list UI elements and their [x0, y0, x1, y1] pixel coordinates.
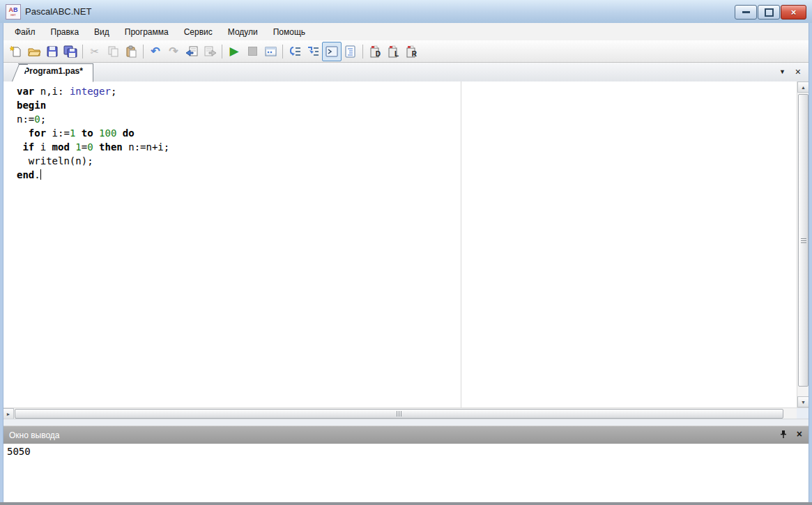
tab-program1[interactable]: •Program1.pas* [18, 63, 93, 82]
code-line: begin [17, 98, 794, 112]
tab-controls: ▼ × [779, 67, 801, 77]
code-line: if i mod 1=0 then n:=n+i; [17, 140, 794, 154]
window-border-left [0, 23, 3, 505]
output-close-icon[interactable]: × [797, 429, 802, 439]
doc-d-icon[interactable]: D [366, 42, 384, 61]
menu-view[interactable]: Вид [86, 24, 117, 40]
close-button[interactable]: × [781, 5, 806, 20]
copy-icon[interactable] [104, 42, 122, 61]
toolbar-separator [143, 45, 144, 59]
app-icon-subtext: нет [10, 13, 16, 17]
step-into-icon[interactable] [304, 42, 322, 61]
menu-program[interactable]: Программа [117, 24, 176, 40]
output-window-header: Окно вывода × [3, 426, 809, 444]
structure-window-icon[interactable] [342, 42, 360, 61]
code-line: var n,i: integer; [17, 84, 794, 98]
menu-modules[interactable]: Модули [220, 24, 266, 40]
new-file-icon[interactable] [7, 42, 25, 61]
vertical-scroll-thumb[interactable] [798, 94, 809, 387]
maximize-icon [765, 8, 774, 17]
paste-icon[interactable] [122, 42, 140, 61]
output-window-body[interactable]: 5050 [3, 444, 809, 502]
code-line: n:=0; [17, 112, 794, 126]
toolbar: ✂ ↶ ↷ ▶ [3, 40, 809, 63]
run-icon[interactable]: ▶ [225, 42, 243, 61]
scroll-right-icon[interactable]: ► [3, 408, 14, 419]
pascalabc-window: AB нет PascalABC.NET × Файл Правка Вид П… [0, 0, 812, 505]
redo-icon[interactable]: ↷ [164, 42, 183, 61]
output-text: 5050 [7, 446, 31, 457]
open-file-icon[interactable] [25, 42, 43, 61]
tab-bar: •Program1.pas* ▼ × [3, 63, 809, 82]
watch-window-icon[interactable] [261, 42, 279, 61]
menu-help[interactable]: Помощь [266, 24, 313, 40]
close-icon: × [791, 8, 797, 17]
minimize-button[interactable] [735, 5, 757, 20]
scroll-down-icon[interactable]: ▼ [797, 396, 809, 407]
window-border-bottom [0, 502, 812, 505]
save-all-icon[interactable] [61, 42, 79, 61]
pin-icon[interactable] [779, 430, 788, 439]
doc-l-icon[interactable]: L [384, 42, 402, 61]
undo-icon[interactable]: ↶ [146, 42, 164, 61]
menu-service[interactable]: Сервис [176, 24, 220, 40]
tab-list-dropdown-icon[interactable]: ▼ [779, 68, 786, 75]
nav-forward-icon[interactable] [201, 42, 219, 61]
toolbar-separator [282, 45, 283, 59]
toolbar-separator [82, 45, 83, 59]
scroll-up-icon[interactable]: ▲ [797, 81, 809, 93]
save-file-icon[interactable] [43, 42, 61, 61]
menu-file[interactable]: Файл [7, 24, 43, 40]
cut-icon[interactable]: ✂ [86, 42, 104, 61]
output-controls: × [779, 429, 802, 439]
title-bar: AB нет PascalABC.NET × [0, 0, 812, 24]
code-line: end. [17, 168, 794, 182]
output-window-title: Окно вывода [9, 430, 60, 440]
code-lines: var n,i: integer;beginn:=0; for i:=1 to … [17, 84, 794, 182]
window-controls: × [735, 5, 806, 20]
code-line: writeln(n); [17, 154, 794, 168]
nav-back-icon[interactable] [183, 42, 201, 61]
console-window-icon[interactable] [322, 42, 342, 61]
menu-edit[interactable]: Правка [43, 24, 87, 40]
window-border-right [809, 23, 812, 505]
code-line: for i:=1 to 100 do [17, 126, 794, 140]
tab-close-icon[interactable]: × [795, 67, 801, 77]
editor-vertical-scrollbar[interactable]: ▲ ▼ [797, 81, 809, 407]
text-caret [40, 169, 41, 180]
code-editor[interactable]: var n,i: integer;beginn:=0; for i:=1 to … [3, 81, 809, 407]
editor-margin-line [461, 81, 461, 407]
window-title: PascalABC.NET [25, 6, 91, 17]
app-icon: AB нет [6, 4, 21, 20]
minimize-icon [742, 11, 750, 13]
editor-horizontal-scrollbar[interactable]: ◄ ► [3, 407, 809, 419]
menu-bar: Файл Правка Вид Программа Сервис Модули … [3, 23, 809, 40]
step-over-icon[interactable] [286, 42, 304, 61]
toolbar-separator [362, 45, 363, 59]
horizontal-scroll-thumb[interactable] [15, 409, 783, 419]
doc-r-icon[interactable]: R [402, 42, 420, 61]
scrollbar-corner [797, 408, 809, 419]
stop-icon[interactable] [243, 42, 261, 61]
maximize-button[interactable] [758, 5, 780, 20]
toolbar-separator [222, 45, 222, 59]
